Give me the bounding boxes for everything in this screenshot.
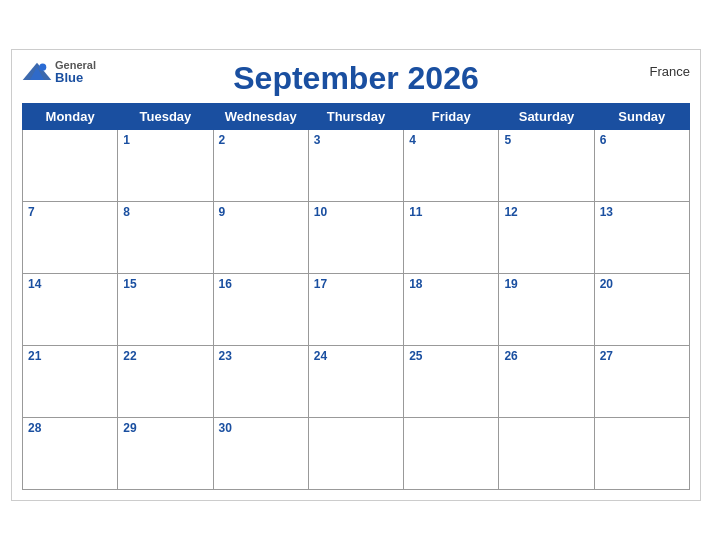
- logo-blue-text: Blue: [55, 71, 96, 84]
- day-number: 12: [504, 205, 517, 219]
- table-row: 25: [404, 346, 499, 418]
- table-row: [308, 418, 403, 490]
- day-number: 21: [28, 349, 41, 363]
- day-number: 20: [600, 277, 613, 291]
- table-row: 9: [213, 202, 308, 274]
- table-row: 11: [404, 202, 499, 274]
- day-number: 27: [600, 349, 613, 363]
- calendar-week-row: 78910111213: [23, 202, 690, 274]
- calendar-title: September 2026: [233, 60, 478, 97]
- day-number: 7: [28, 205, 35, 219]
- calendar-container: General Blue September 2026 France Monda…: [11, 49, 701, 501]
- day-number: 24: [314, 349, 327, 363]
- table-row: [594, 418, 689, 490]
- table-row: 3: [308, 130, 403, 202]
- table-row: 30: [213, 418, 308, 490]
- day-number: 15: [123, 277, 136, 291]
- day-number: 10: [314, 205, 327, 219]
- day-number: 3: [314, 133, 321, 147]
- header-friday: Friday: [404, 104, 499, 130]
- day-number: 9: [219, 205, 226, 219]
- day-number: 17: [314, 277, 327, 291]
- table-row: 6: [594, 130, 689, 202]
- day-number: 28: [28, 421, 41, 435]
- logo-bird-icon: [22, 60, 52, 80]
- table-row: 13: [594, 202, 689, 274]
- header-monday: Monday: [23, 104, 118, 130]
- day-number: 13: [600, 205, 613, 219]
- table-row: 20: [594, 274, 689, 346]
- day-number: 2: [219, 133, 226, 147]
- day-number: 8: [123, 205, 130, 219]
- calendar-header: General Blue September 2026 France: [22, 60, 690, 97]
- table-row: 18: [404, 274, 499, 346]
- header-tuesday: Tuesday: [118, 104, 213, 130]
- calendar-week-row: 282930: [23, 418, 690, 490]
- table-row: 15: [118, 274, 213, 346]
- calendar-week-row: 21222324252627: [23, 346, 690, 418]
- day-number: 22: [123, 349, 136, 363]
- table-row: 19: [499, 274, 594, 346]
- header-sunday: Sunday: [594, 104, 689, 130]
- table-row: 27: [594, 346, 689, 418]
- table-row: 2: [213, 130, 308, 202]
- day-number: 16: [219, 277, 232, 291]
- day-number: 30: [219, 421, 232, 435]
- day-number: 25: [409, 349, 422, 363]
- table-row: [499, 418, 594, 490]
- day-number: 11: [409, 205, 422, 219]
- day-number: 1: [123, 133, 130, 147]
- table-row: 5: [499, 130, 594, 202]
- table-row: 8: [118, 202, 213, 274]
- header-saturday: Saturday: [499, 104, 594, 130]
- day-number: 6: [600, 133, 607, 147]
- days-header-row: Monday Tuesday Wednesday Thursday Friday…: [23, 104, 690, 130]
- header-wednesday: Wednesday: [213, 104, 308, 130]
- table-row: 7: [23, 202, 118, 274]
- table-row: 1: [118, 130, 213, 202]
- day-number: 14: [28, 277, 41, 291]
- table-row: 14: [23, 274, 118, 346]
- table-row: [23, 130, 118, 202]
- calendar-week-row: 123456: [23, 130, 690, 202]
- day-number: 5: [504, 133, 511, 147]
- day-number: 23: [219, 349, 232, 363]
- table-row: 22: [118, 346, 213, 418]
- day-number: 4: [409, 133, 416, 147]
- table-row: 17: [308, 274, 403, 346]
- country-label: France: [650, 64, 690, 79]
- table-row: 4: [404, 130, 499, 202]
- day-number: 18: [409, 277, 422, 291]
- svg-point-2: [39, 64, 46, 71]
- day-number: 29: [123, 421, 136, 435]
- table-row: 29: [118, 418, 213, 490]
- day-number: 19: [504, 277, 517, 291]
- calendar-week-row: 14151617181920: [23, 274, 690, 346]
- table-row: [404, 418, 499, 490]
- table-row: 16: [213, 274, 308, 346]
- header-thursday: Thursday: [308, 104, 403, 130]
- logo-area: General Blue: [22, 60, 96, 84]
- table-row: 12: [499, 202, 594, 274]
- table-row: 26: [499, 346, 594, 418]
- table-row: 23: [213, 346, 308, 418]
- table-row: 24: [308, 346, 403, 418]
- table-row: 21: [23, 346, 118, 418]
- table-row: 28: [23, 418, 118, 490]
- table-row: 10: [308, 202, 403, 274]
- day-number: 26: [504, 349, 517, 363]
- calendar-table: Monday Tuesday Wednesday Thursday Friday…: [22, 103, 690, 490]
